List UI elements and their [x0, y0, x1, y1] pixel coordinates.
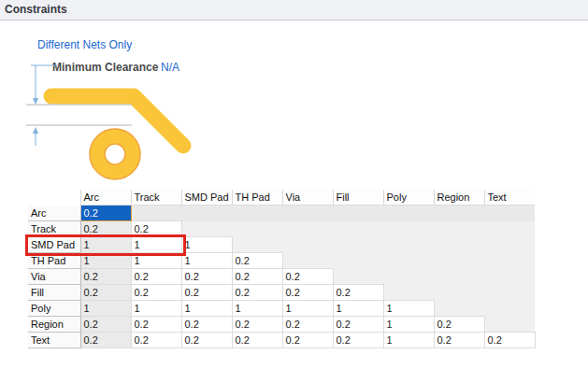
matrix-cell-arc-region — [434, 206, 484, 221]
matrix-row-fill: Fill0.20.20.20.20.20.2 — [28, 285, 535, 301]
matrix-cell-th-pad-th-pad[interactable]: 0.2 — [232, 253, 282, 269]
matrix-row-header-via: Via — [28, 269, 80, 285]
matrix-cell-region-arc[interactable]: 0.2 — [80, 317, 131, 333]
matrix-cell-th-pad-text — [484, 253, 535, 269]
matrix-cell-smd-pad-via — [282, 237, 333, 253]
matrix-row-track: Track0.20.2 — [28, 221, 535, 237]
matrix-cell-th-pad-arc[interactable]: 1 — [80, 253, 131, 269]
matrix-cell-th-pad-fill — [333, 253, 383, 269]
matrix-row-header-fill: Fill — [28, 285, 80, 301]
matrix-cell-track-via — [282, 221, 333, 237]
matrix-cell-via-th-pad[interactable]: 0.2 — [232, 269, 282, 285]
matrix-row-smd-pad: SMD Pad111 — [28, 237, 535, 253]
matrix-cell-text-track[interactable]: 0.2 — [131, 333, 181, 348]
matrix-cell-poly-via[interactable]: 1 — [282, 301, 333, 317]
matrix-cell-fill-th-pad[interactable]: 0.2 — [232, 285, 282, 301]
matrix-row-text: Text0.20.20.20.20.20.210.20.2 — [28, 333, 535, 348]
matrix-row-header-region: Region — [28, 317, 80, 333]
matrix-cell-text-text[interactable]: 0.2 — [484, 333, 535, 348]
matrix-cell-smd-pad-text — [484, 237, 535, 253]
matrix-cell-poly-fill[interactable]: 1 — [333, 301, 383, 317]
matrix-cell-via-poly — [383, 269, 434, 285]
matrix-cell-fill-smd-pad[interactable]: 0.2 — [181, 285, 232, 301]
matrix-cell-smd-pad-th-pad — [232, 237, 282, 253]
matrix-cell-th-pad-track[interactable]: 1 — [131, 253, 181, 269]
matrix-row-region: Region0.20.20.20.20.20.210.2 — [28, 317, 535, 333]
matrix-cell-arc-poly — [383, 206, 434, 221]
matrix-cell-track-arc[interactable]: 0.2 — [80, 221, 131, 237]
matrix-cell-text-region[interactable]: 0.2 — [434, 333, 484, 348]
matrix-cell-region-fill[interactable]: 0.2 — [333, 317, 383, 333]
matrix-corner-cell — [28, 190, 80, 206]
matrix-cell-poly-smd-pad[interactable]: 1 — [181, 301, 232, 317]
matrix-cell-via-arc[interactable]: 0.2 — [80, 269, 131, 285]
matrix-row-header-text: Text — [28, 333, 80, 348]
matrix-cell-arc-smd-pad — [181, 206, 232, 221]
matrix-col-header-th-pad: TH Pad — [232, 190, 282, 206]
matrix-cell-th-pad-smd-pad[interactable]: 1 — [181, 253, 232, 269]
matrix-cell-region-smd-pad[interactable]: 0.2 — [181, 317, 232, 333]
matrix-cell-via-via[interactable]: 0.2 — [282, 269, 333, 285]
matrix-cell-arc-th-pad — [232, 206, 282, 221]
clearance-matrix-table: ArcTrackSMD PadTH PadViaFillPolyRegionTe… — [28, 190, 536, 348]
matrix-cell-track-poly — [383, 221, 434, 237]
matrix-cell-poly-track[interactable]: 1 — [131, 301, 181, 317]
matrix-cell-via-track[interactable]: 0.2 — [131, 269, 181, 285]
matrix-cell-region-via[interactable]: 0.2 — [282, 317, 333, 333]
matrix-cell-smd-pad-track[interactable]: 1 — [131, 237, 181, 253]
matrix-cell-poly-arc[interactable]: 1 — [80, 301, 131, 317]
matrix-cell-text-th-pad[interactable]: 0.2 — [232, 333, 282, 348]
matrix-cell-fill-fill[interactable]: 0.2 — [333, 285, 383, 301]
matrix-cell-th-pad-via — [282, 253, 333, 269]
matrix-cell-fill-via[interactable]: 0.2 — [282, 285, 333, 301]
matrix-cell-smd-pad-smd-pad[interactable]: 1 — [181, 237, 232, 253]
matrix-cell-region-region[interactable]: 0.2 — [434, 317, 484, 333]
clearance-diagram — [19, 56, 217, 187]
matrix-cell-arc-arc[interactable]: 0.2 — [80, 206, 131, 221]
matrix-cell-track-fill — [333, 221, 383, 237]
matrix-cell-text-via[interactable]: 0.2 — [282, 333, 333, 348]
matrix-cell-smd-pad-region — [434, 237, 484, 253]
panel-title: Constraints — [5, 3, 67, 16]
matrix-cell-arc-text — [484, 206, 535, 221]
matrix-cell-track-th-pad — [232, 221, 282, 237]
matrix-col-header-via: Via — [282, 190, 333, 206]
different-nets-only-link[interactable]: Different Nets Only — [37, 38, 132, 51]
matrix-cell-region-th-pad[interactable]: 0.2 — [232, 317, 282, 333]
matrix-cell-smd-pad-arc[interactable]: 1 — [80, 237, 131, 253]
panel-header: Constraints — [0, 0, 588, 21]
matrix-cell-region-track[interactable]: 0.2 — [131, 317, 181, 333]
matrix-cell-smd-pad-poly — [383, 237, 434, 253]
pad-hole — [105, 144, 125, 164]
matrix-cell-poly-text — [484, 301, 535, 317]
matrix-col-header-poly: Poly — [383, 190, 434, 206]
matrix-col-header-arc: Arc — [80, 190, 131, 206]
matrix-cell-smd-pad-fill — [333, 237, 383, 253]
matrix-cell-text-arc[interactable]: 0.2 — [80, 333, 131, 348]
up-arrow-icon — [33, 127, 38, 134]
matrix-cell-via-smd-pad[interactable]: 0.2 — [181, 269, 232, 285]
matrix-cell-arc-via — [282, 206, 333, 221]
matrix-row-header-arc: Arc — [28, 206, 80, 221]
matrix-cell-region-poly[interactable]: 1 — [383, 317, 434, 333]
matrix-cell-fill-region — [434, 285, 484, 301]
matrix-cell-poly-poly[interactable]: 1 — [383, 301, 434, 317]
matrix-cell-text-poly[interactable]: 1 — [383, 333, 434, 348]
matrix-cell-th-pad-poly — [383, 253, 434, 269]
matrix-cell-text-smd-pad[interactable]: 0.2 — [181, 333, 232, 348]
matrix-cell-fill-track[interactable]: 0.2 — [131, 285, 181, 301]
matrix-col-header-smd-pad: SMD Pad — [181, 190, 232, 206]
matrix-cell-via-text — [484, 269, 535, 285]
matrix-cell-fill-arc[interactable]: 0.2 — [80, 285, 131, 301]
matrix-header-row: ArcTrackSMD PadTH PadViaFillPolyRegionTe… — [28, 190, 535, 206]
matrix-col-header-region: Region — [434, 190, 484, 206]
matrix-cell-arc-track — [131, 206, 181, 221]
matrix-cell-poly-region — [434, 301, 484, 317]
matrix-row-header-poly: Poly — [28, 301, 80, 317]
matrix-cell-fill-text — [484, 285, 535, 301]
matrix-cell-via-region — [434, 269, 484, 285]
matrix-cell-text-fill[interactable]: 0.2 — [333, 333, 383, 348]
matrix-cell-poly-th-pad[interactable]: 1 — [232, 301, 282, 317]
matrix-row-header-track: Track — [28, 221, 80, 237]
matrix-cell-track-track[interactable]: 0.2 — [131, 221, 181, 237]
